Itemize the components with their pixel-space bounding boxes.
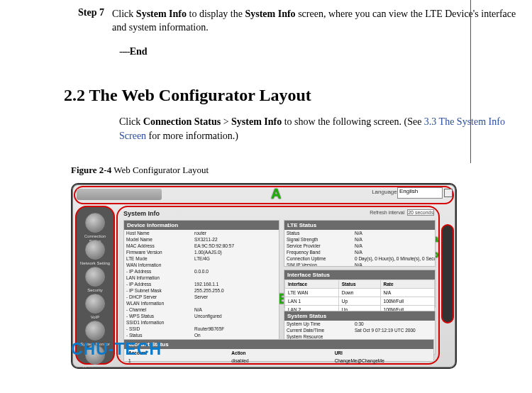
account-col: URI bbox=[331, 349, 433, 357]
info-value bbox=[192, 319, 279, 326]
end-label: End bbox=[130, 46, 148, 57]
info-value: LTE/4G bbox=[192, 255, 279, 262]
info-key: Signal Strength bbox=[284, 236, 353, 243]
end-dashes: ---- bbox=[119, 46, 130, 57]
sidebar-item-security[interactable]: Security bbox=[79, 267, 111, 293]
sidebar-item-label: Security bbox=[79, 288, 111, 293]
sidebar-item-voip[interactable]: VoIP bbox=[79, 294, 111, 320]
info-key: SIM IP Version bbox=[284, 262, 353, 267]
info-row: StatusN/A bbox=[284, 230, 435, 236]
info-value: Router9B765F bbox=[192, 326, 279, 332]
sidebar-icon bbox=[85, 321, 105, 341]
vertical-rule bbox=[470, 0, 471, 163]
info-value: 255.255.255.0 bbox=[192, 287, 279, 294]
section-heading: 2.2 The Web Configurator Layout bbox=[0, 57, 532, 108]
info-row: - IP Subnet Mask255.255.255.0 bbox=[124, 287, 279, 294]
info-row: Frequency BandN/A bbox=[284, 249, 435, 255]
end-marker: ----End bbox=[0, 35, 532, 57]
para-bold: System Info bbox=[231, 116, 282, 127]
section-paragraph: Click Connection Status > System Info to… bbox=[0, 108, 532, 144]
info-key: Host Name bbox=[124, 230, 192, 236]
info-key: - WPS Status bbox=[124, 313, 192, 319]
info-row: Firmware Version1.00(AAJS.0) bbox=[124, 249, 279, 255]
info-value: 192.168.1.1 bbox=[192, 281, 279, 287]
info-row: SSID1 Information bbox=[124, 319, 279, 326]
info-key: Current Date/Time bbox=[284, 327, 353, 333]
para-text: to show the following screen. (See bbox=[282, 116, 424, 127]
info-value: N/A bbox=[353, 249, 435, 255]
info-row: Service ProviderN/A bbox=[284, 243, 435, 249]
lte-status-header: LTE Status bbox=[284, 221, 435, 230]
info-key: - DHCP Server bbox=[124, 294, 192, 300]
sidebar-item-label: Network Setting bbox=[79, 261, 111, 266]
sidebar-item-label: VoIP bbox=[79, 315, 111, 320]
info-row: Model NameSX3211-22 bbox=[124, 236, 279, 243]
figure-text: Web Configurator Layout bbox=[113, 165, 209, 175]
para-text: for more information.) bbox=[146, 131, 238, 141]
account-status-panel: Account Status AccountActionURI1disabled… bbox=[123, 339, 434, 362]
info-value: 0.0.0.0 bbox=[192, 268, 279, 275]
info-value: N/A bbox=[353, 262, 435, 267]
info-value: N/A bbox=[192, 306, 279, 313]
table-cell: Down bbox=[338, 289, 380, 297]
account-cell: disabled bbox=[227, 357, 330, 365]
info-key: - Status bbox=[124, 332, 192, 338]
step-bold: System Info bbox=[245, 9, 295, 19]
logout-icon[interactable] bbox=[444, 189, 453, 197]
info-value: 1.00(AAJS.0) bbox=[192, 249, 279, 255]
sidebar-item-network-setting[interactable]: Network Setting bbox=[79, 240, 111, 266]
para-text: > bbox=[221, 116, 231, 127]
info-key: Frequency Band bbox=[284, 249, 353, 255]
step-7: Step 7 Click System Info to display the … bbox=[0, 0, 532, 35]
info-key: LTE Mode bbox=[124, 255, 192, 262]
info-key: - IP Address bbox=[124, 268, 192, 275]
step-text: to display the bbox=[187, 9, 245, 19]
info-value bbox=[192, 275, 279, 281]
info-key: WAN Information bbox=[124, 262, 192, 268]
section-number: 2.2 bbox=[64, 86, 85, 104]
region-side-outline bbox=[441, 224, 454, 323]
sidebar-item-label: Maintenance bbox=[79, 366, 111, 369]
info-value: Server bbox=[192, 294, 279, 300]
info-value: Sat Oct 9 07:12:19 UTC 2000 bbox=[353, 327, 435, 333]
info-value: 0:30 bbox=[353, 321, 435, 327]
info-key: Firmware Version bbox=[124, 249, 192, 255]
interface-status-header: Interface Status bbox=[284, 270, 435, 279]
account-status-header: Account Status bbox=[124, 340, 433, 349]
system-status-header: System Status bbox=[284, 311, 435, 321]
info-row: - DHCP ServerServer bbox=[124, 294, 279, 300]
info-row: Host Namerouter bbox=[124, 230, 279, 236]
step-bold: System Info bbox=[136, 9, 187, 19]
table-cell: LAN 1 bbox=[285, 297, 339, 306]
info-value: N/A bbox=[353, 236, 435, 243]
table-cell: LTE WAN bbox=[285, 289, 339, 297]
refresh-select[interactable]: 20 seconds bbox=[407, 209, 434, 216]
info-value: 0 Day(s), 0 Hour(s), 0 Minute(s), 0 Seco… bbox=[353, 255, 435, 262]
info-key: - Channel bbox=[124, 306, 192, 313]
info-row: Signal StrengthN/A bbox=[284, 236, 435, 243]
info-key: LAN Information bbox=[124, 275, 192, 281]
info-key: - IP Subnet Mask bbox=[124, 287, 192, 294]
info-row: SIM IP VersionN/A bbox=[284, 262, 435, 267]
refresh-label: Refresh interval bbox=[370, 210, 404, 215]
language-select[interactable]: English bbox=[397, 187, 443, 199]
account-col: Action bbox=[227, 349, 330, 357]
para-text: Click bbox=[119, 116, 143, 127]
info-key: SSID1 Information bbox=[124, 319, 192, 326]
table-cell: N/A bbox=[380, 289, 434, 297]
sidebar-icon bbox=[85, 267, 105, 287]
info-value: Unconfigured bbox=[192, 313, 279, 319]
info-key: Status bbox=[284, 230, 353, 236]
page-title: System Info bbox=[123, 210, 160, 217]
sidebar-item-connection-status[interactable]: Connection Status bbox=[79, 213, 111, 243]
info-value bbox=[192, 300, 279, 306]
step-text: Click bbox=[112, 9, 136, 19]
info-row: LTE ModeLTE/4G bbox=[124, 255, 279, 262]
info-value: N/A bbox=[353, 230, 435, 236]
sidebar-icon bbox=[85, 240, 105, 260]
interface-status-panel: Interface Status InterfaceStatusRateLTE … bbox=[284, 270, 436, 308]
account-header-row: AccountActionURI bbox=[124, 349, 433, 357]
info-row: - IP Address0.0.0.0 bbox=[124, 268, 279, 275]
info-value: EA:9C:5D:92:80:57 bbox=[192, 243, 279, 249]
sidebar-icon bbox=[85, 294, 105, 314]
